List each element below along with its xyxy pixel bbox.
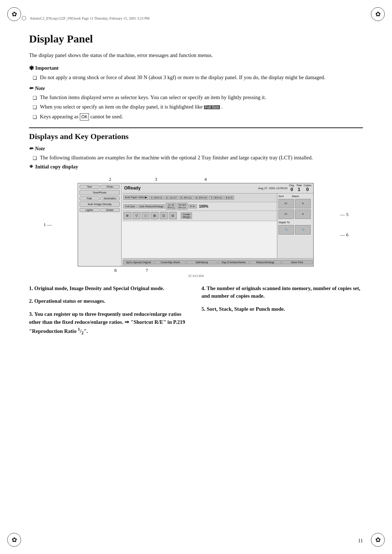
ratio-btn-1: 11×158½×11	[166, 203, 176, 209]
callout-1: 1 —	[44, 222, 52, 228]
btn-lighter: Lighter	[79, 208, 99, 212]
main-content: Display Panel The display panel shows th…	[29, 25, 363, 532]
btn-generation: Generation	[100, 196, 120, 200]
auto-reduce-btn: Auto Reduce/Enlarge	[138, 204, 166, 208]
header-text: AdonisC2_ENcopy122F_FM.book Page 11 Thur…	[30, 16, 150, 20]
ok-key: OK	[80, 113, 89, 121]
checkbox-sym-n2: ❑	[33, 155, 37, 162]
total-counter: Total 1	[296, 184, 302, 192]
panel-left-sidebar: Text Photo Text/Photo Pale Generation Au…	[78, 183, 122, 266]
btn-text-photo: Text/Photo	[79, 190, 120, 195]
note2-item-1: ❑ The following illustrations are exampl…	[29, 154, 363, 162]
orig-counter: Orig. 0	[289, 184, 294, 192]
btn-text: Text	[79, 185, 99, 189]
paper-btn-1: 1□ 8½×11	[149, 196, 164, 200]
numbered-item-1: 1. Original mode, Image Density and Spec…	[29, 285, 191, 293]
note1-item-3: ❑ Keys appearing as OK cannot be used.	[29, 113, 363, 121]
callout-5-6: — 5 — 6	[340, 212, 348, 238]
note2-label: ✏ Note	[29, 146, 363, 152]
bottom-btn-6: Store Print	[282, 260, 313, 264]
date-text: Aug 27. 2001 13:55:02	[258, 187, 287, 190]
icon-btn-3: □	[142, 212, 150, 219]
sort-stack-panel: Sort Stack ≡↑ ≡ ≡↑ ≡ Staple To 📎 📎	[277, 194, 313, 258]
callout-8: 8	[114, 268, 117, 273]
icon-buttons-row: ⊕ ▽ □ ⊞ ⊡ ⊟ CreateMargin	[122, 211, 277, 221]
stack-btn-1: ≡	[295, 199, 311, 208]
panel-btn-row-3: Lighter Darker	[79, 208, 120, 212]
callout-3: 3	[155, 176, 158, 182]
important-item-1: ❑ Do not apply a strong shock or force o…	[29, 74, 363, 82]
panel-container: 1 — Text Photo Text/Photo Pale Generatio…	[44, 183, 348, 266]
diamond-icon: ❖	[29, 164, 33, 170]
callout-5: — 5	[340, 212, 348, 217]
icon-btn-4: ⊞	[151, 212, 159, 219]
page-number: 11	[358, 538, 363, 544]
bottom-btn-3: Edit/Stamp	[187, 260, 217, 264]
paper-btn-LI: 8·4□S	[224, 196, 234, 200]
zcas-label: ZCAS130N	[44, 274, 348, 278]
staple-btn-row: 📎 📎	[278, 225, 312, 235]
numbered-item-3: 3. You can register up to three frequent…	[29, 310, 191, 336]
header-dot	[22, 16, 26, 20]
highlighted-key-example: Full Size	[204, 105, 220, 109]
sort-btn-1: ≡↑	[278, 199, 294, 208]
ratio-btn-2: 5½×8½8½×14	[177, 203, 188, 209]
header-strip: AdonisC2_ENcopy122F_FM.book Page 11 Thur…	[22, 16, 370, 20]
display-panel-diagram: 2 3 4 1 — Text Photo Text/Photo Pale	[29, 173, 363, 280]
sort-label-row: Sort Stack	[278, 195, 312, 198]
top-right-area: Aug 27. 2001 13:55:02 Orig. 0 Total 1	[258, 184, 311, 192]
paper-btn-4: 4□ 8½×14	[194, 196, 209, 200]
section-heading: Displays and Key Operations	[29, 132, 363, 141]
panel-image: Text Photo Text/Photo Pale Generation Au…	[78, 183, 314, 266]
btn-photo: Photo	[100, 185, 120, 189]
initial-copy-heading: ❖ Initial copy display	[29, 164, 363, 170]
icon-btn-6: ⊟	[169, 212, 177, 219]
counters: Orig. 0 Total 1 Copies 0	[289, 184, 311, 192]
callout-2: 2	[109, 176, 111, 182]
full-size-btn: Full Size	[123, 204, 137, 208]
checkbox-sym-1: ❑	[33, 94, 37, 102]
important-icon: ✾	[29, 65, 34, 72]
icon-btn-1: ⊕	[123, 212, 131, 219]
staple-to-label: Staple To	[278, 221, 312, 224]
paper-selection-row: Auto Paper Select▶ 1□ 8½×11 2□ 11×17 3□ …	[122, 194, 277, 202]
col-left: 1. Original mode, Image Density and Spec…	[29, 285, 191, 342]
callout-numbers-bottom: 8 7	[114, 268, 348, 273]
checkbox-sym: ❑	[33, 74, 37, 82]
paper-btn-3: 3□ 8½×11	[179, 196, 193, 200]
stack-btn-2: ≡	[295, 209, 311, 219]
stack-btn-row-1: ≡↑ ≡	[278, 199, 312, 208]
col-right: 4. The number of originals scanned into …	[201, 285, 363, 342]
sort-btn-2: ≡↑	[278, 209, 294, 219]
btn-pale: Pale	[79, 196, 99, 200]
important-label: ✾ Important	[29, 65, 363, 72]
icon-btn-5: ⊡	[160, 212, 168, 219]
note2-pencil-icon: ✏	[29, 146, 33, 151]
numbered-item-5: 5. Sort, Stack, Staple or Punch mode.	[201, 305, 363, 313]
panel-btn-row-2: Pale Generation	[79, 196, 120, 200]
sort-label: Sort	[278, 195, 284, 198]
note-pencil-icon: ✏	[29, 86, 33, 91]
btn-darker: Darker	[100, 208, 120, 212]
note1-item-1: ❑ The function items displayed serve as …	[29, 94, 363, 102]
callout-numbers-top: 2 3 4	[109, 176, 348, 182]
bottom-buttons-bar: SpCo Special Original Cover/Slip Sheet E…	[122, 258, 313, 266]
reduce-enlarge-row: Full Size Auto Reduce/Enlarge 11×158½×11…	[122, 202, 277, 211]
panel-top-bar: OReady Aug 27. 2001 13:55:02 Orig. 0 Tot…	[122, 183, 313, 194]
bottom-btn-4: Dup./Combine/Series	[218, 260, 249, 264]
paper-btn-T: T□ 8½×11	[209, 196, 224, 200]
auto-paper-btn: Auto Paper Select▶	[123, 195, 148, 200]
ratio-btn-3: R·3×	[188, 204, 197, 208]
corner-decoration-tr: ✿	[371, 7, 385, 21]
bottom-btn-1: SpCo Special Original	[123, 260, 154, 264]
numbered-item-4: 4. The number of originals scanned into …	[201, 285, 363, 301]
staple-btn-2: 📎	[295, 225, 311, 235]
staple-btn-1: 📎	[278, 225, 294, 235]
note1-item-2: ❑ When you select or specify an item on …	[29, 103, 363, 111]
ready-text: OReady	[124, 186, 140, 191]
panel-btn-row-1: Text Photo	[79, 185, 120, 189]
percent-display: 100%	[199, 204, 208, 208]
bottom-btn-5: Reduce/Enlarge	[250, 260, 281, 264]
corner-decoration-tl: ✿	[7, 7, 21, 21]
stack-label: Stack	[292, 195, 299, 198]
